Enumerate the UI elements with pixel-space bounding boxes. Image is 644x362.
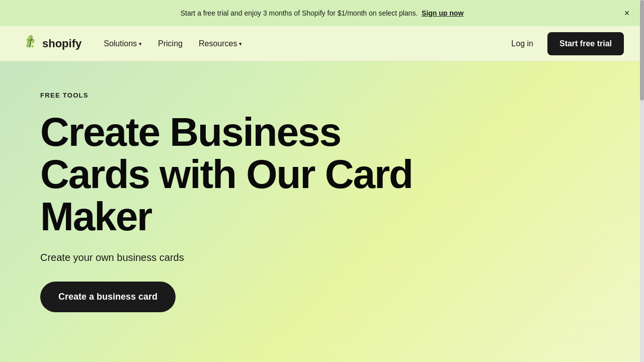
- create-business-card-button[interactable]: Create a business card: [40, 282, 176, 312]
- nav-solutions[interactable]: Solutions ▾: [98, 35, 148, 52]
- nav-resources[interactable]: Resources ▾: [193, 35, 248, 52]
- hero-title: Create Business Cards with Our Card Make…: [40, 111, 433, 238]
- banner-close-button[interactable]: ×: [620, 6, 634, 20]
- shopify-logo-icon: [20, 35, 38, 53]
- resources-label: Resources: [199, 39, 237, 48]
- resources-chevron-icon: ▾: [239, 41, 242, 47]
- announcement-text: Start a free trial and enjoy 3 months of…: [181, 9, 464, 17]
- logo-text: shopify: [42, 37, 82, 50]
- solutions-label: Solutions: [104, 39, 137, 48]
- pricing-label: Pricing: [158, 39, 183, 48]
- logo-link[interactable]: shopify: [20, 35, 82, 53]
- free-tools-label: FREE TOOLS: [40, 92, 604, 99]
- nav-left: shopify Solutions ▾ Pricing Resources ▾: [20, 35, 248, 53]
- nav-pricing[interactable]: Pricing: [152, 35, 189, 52]
- hero-subtitle: Create your own business cards: [40, 252, 292, 263]
- navbar: shopify Solutions ▾ Pricing Resources ▾ …: [0, 26, 644, 61]
- solutions-chevron-icon: ▾: [139, 41, 142, 47]
- banner-text: Start a free trial and enjoy 3 months of…: [181, 9, 418, 17]
- scrollbar-thumb[interactable]: [640, 0, 644, 101]
- scrollbar-track[interactable]: [640, 0, 644, 362]
- nav-menu: Solutions ▾ Pricing Resources ▾: [98, 35, 248, 52]
- login-button[interactable]: Log in: [505, 35, 539, 52]
- signup-link[interactable]: Sign up now: [422, 9, 463, 17]
- start-trial-button[interactable]: Start free trial: [547, 32, 624, 55]
- announcement-banner: Start a free trial and enjoy 3 months of…: [0, 0, 644, 26]
- hero-section: FREE TOOLS Create Business Cards with Ou…: [0, 61, 644, 362]
- nav-right: Log in Start free trial: [505, 32, 624, 55]
